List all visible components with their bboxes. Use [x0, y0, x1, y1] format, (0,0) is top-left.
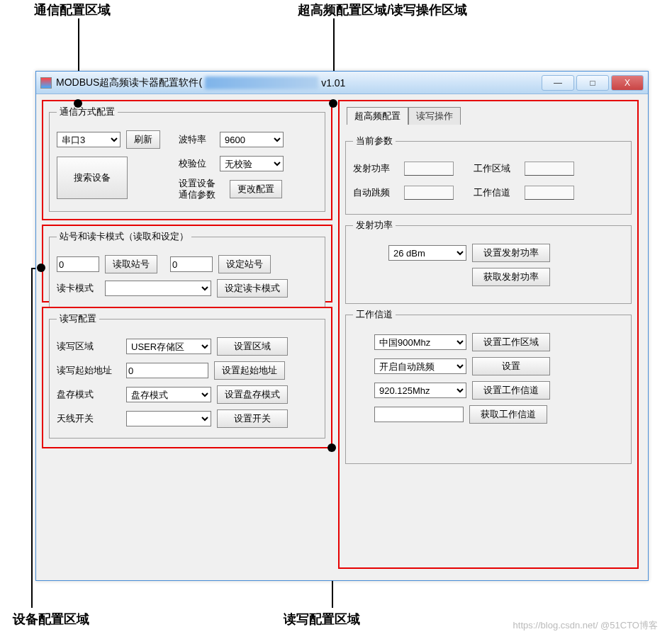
get-txpower-button[interactable]: 获取发射功率 — [472, 268, 550, 286]
change-config-button[interactable]: 更改配置 — [230, 180, 282, 198]
set-addr-button[interactable]: 设置起始地址 — [214, 361, 285, 380]
readmode-select[interactable] — [105, 281, 211, 296]
annotation-uhf-rw: 超高频配置区域/读写操作区域 — [298, 1, 467, 18]
current-channel-input[interactable] — [374, 407, 464, 422]
inventory-label: 盘存模式 — [57, 388, 121, 401]
watermark: https://blog.csdn.net/ @51CTO博客 — [513, 619, 658, 632]
txpower-select[interactable]: 26 dBm — [388, 245, 466, 261]
panel-comm: 通信方式配置 串口3 刷新 搜索设备 波特率 — [42, 100, 332, 220]
freq-select[interactable]: 920.125Mhz — [374, 383, 466, 398]
panel-uhf: 超高频配置 读写操作 当前参数 发射功率 工作区域 自动跳频 工作信道 — [338, 100, 639, 569]
read-station-button[interactable]: 读取站号 — [105, 255, 157, 273]
get-channel-button[interactable]: 获取工作信道 — [469, 405, 547, 424]
addr-input[interactable] — [126, 363, 208, 378]
app-icon — [40, 77, 52, 89]
panel-station: 站号和读卡模式（读取和设定） 读取站号 设定站号 读卡模式 设定读卡模式 — [42, 225, 332, 302]
set-inventory-button[interactable]: 设置盘存模式 — [217, 385, 288, 404]
autohop-select[interactable]: 开启自动跳频 — [374, 358, 466, 374]
readmode-label: 读卡模式 — [57, 282, 99, 295]
antenna-select[interactable] — [126, 411, 211, 426]
maximize-button[interactable]: □ — [576, 75, 609, 91]
cur-txpower-label: 发射功率 — [353, 162, 398, 175]
tab-uhf-config[interactable]: 超高频配置 — [347, 107, 408, 125]
baud-select[interactable]: 9600 — [220, 132, 284, 147]
set-autohop-button[interactable]: 设置 — [472, 357, 550, 375]
set-txpower-button[interactable]: 设置发射功率 — [472, 244, 550, 262]
area-select[interactable]: USER存储区 — [126, 339, 211, 354]
annotation-rwcfg: 读写配置区域 — [284, 611, 360, 628]
search-device-button[interactable]: 搜索设备 — [57, 157, 128, 199]
parity-select[interactable]: 无校验 — [220, 156, 284, 171]
comm-legend: 通信方式配置 — [57, 106, 118, 118]
set-station-input[interactable] — [170, 256, 213, 272]
cur-autohop-label: 自动跳频 — [353, 186, 398, 199]
inventory-select[interactable]: 盘存模式 — [126, 387, 211, 402]
refresh-button[interactable]: 刷新 — [126, 130, 160, 149]
port-select[interactable]: 串口3 — [57, 132, 121, 147]
tab-rw-ops[interactable]: 读写操作 — [408, 107, 461, 125]
close-button[interactable]: X — [611, 75, 644, 91]
parity-label: 校验位 — [179, 157, 214, 170]
app-window: MODBUS超高频读卡器配置软件( v1.01 — □ X 通信方式配置 串口3… — [35, 71, 649, 581]
current-legend: 当前参数 — [353, 135, 396, 147]
cur-workch-label: 工作信道 — [474, 186, 519, 199]
region-select[interactable]: 中国900Mhz — [374, 334, 466, 350]
set-antenna-button[interactable]: 设置开关 — [217, 409, 288, 428]
cur-workarea-label: 工作区域 — [474, 162, 519, 175]
area-label: 读写区域 — [57, 340, 121, 353]
title-prefix: MODBUS超高频读卡器配置软件( — [56, 77, 202, 89]
devparam-label: 设置设备通信参数 — [179, 178, 224, 200]
annotation-device: 设备配置区域 — [13, 611, 89, 628]
read-station-input[interactable] — [57, 256, 99, 272]
set-station-button[interactable]: 设定站号 — [218, 255, 271, 273]
tx-legend: 发射功率 — [353, 219, 396, 232]
channel-legend: 工作信道 — [353, 308, 396, 321]
set-region-button[interactable]: 设置工作区域 — [472, 333, 550, 351]
annotation-comm: 通信配置区域 — [34, 1, 111, 18]
addr-label: 读写起始地址 — [57, 364, 121, 377]
title-version: v1.01 — [321, 77, 345, 89]
minimize-button[interactable]: — — [542, 75, 574, 91]
station-legend: 站号和读卡模式（读取和设定） — [57, 230, 191, 243]
set-channel-button[interactable]: 设置工作信道 — [472, 381, 550, 400]
panel-rwconfig: 读写配置 读写区域 USER存储区 设置区域 读写起始地址 设置起始地址 盘存模… — [42, 307, 332, 448]
titlebar: MODBUS超高频读卡器配置软件( v1.01 — □ X — [36, 72, 648, 94]
baud-label: 波特率 — [179, 133, 214, 146]
cur-workarea-value — [525, 162, 574, 176]
rw-legend: 读写配置 — [57, 312, 99, 325]
set-area-button[interactable]: 设置区域 — [217, 337, 288, 356]
title-blurred — [205, 77, 318, 89]
cur-txpower-value — [404, 162, 454, 176]
set-readmode-button[interactable]: 设定读卡模式 — [217, 279, 288, 298]
cur-workch-value — [525, 186, 574, 200]
cur-autohop-value — [404, 186, 454, 200]
antenna-label: 天线开关 — [57, 412, 121, 425]
